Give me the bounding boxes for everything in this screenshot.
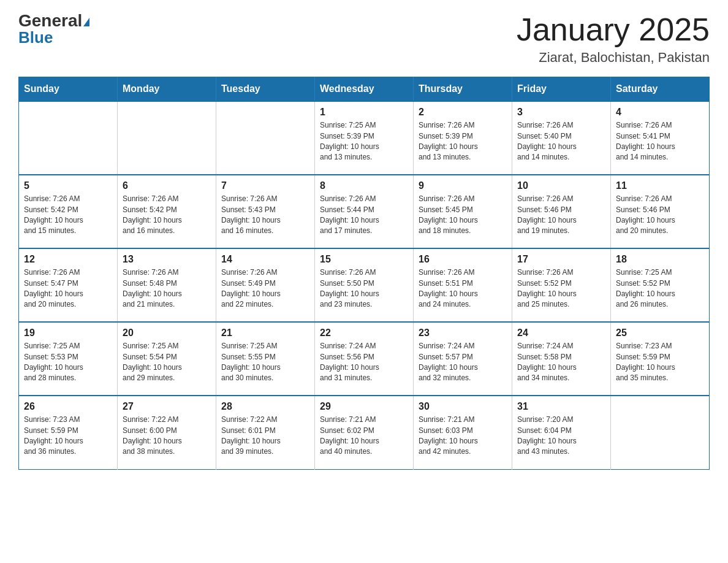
day-info: Sunrise: 7:26 AMSunset: 5:48 PMDaylight:…	[123, 267, 211, 310]
day-number: 20	[123, 327, 211, 339]
logo-triangle-icon	[83, 18, 89, 26]
calendar-cell: 8Sunrise: 7:26 AMSunset: 5:44 PMDaylight…	[315, 175, 414, 248]
col-monday: Monday	[118, 77, 216, 102]
day-info: Sunrise: 7:26 AMSunset: 5:51 PMDaylight:…	[419, 267, 507, 310]
calendar-cell: 25Sunrise: 7:23 AMSunset: 5:59 PMDayligh…	[611, 322, 710, 396]
day-number: 18	[616, 254, 704, 265]
day-info: Sunrise: 7:22 AMSunset: 6:01 PMDaylight:…	[221, 415, 309, 458]
day-info: Sunrise: 7:24 AMSunset: 5:58 PMDaylight:…	[517, 341, 605, 384]
calendar-cell: 6Sunrise: 7:26 AMSunset: 5:42 PMDaylight…	[118, 175, 216, 248]
day-info: Sunrise: 7:24 AMSunset: 5:56 PMDaylight:…	[320, 341, 408, 384]
day-info: Sunrise: 7:20 AMSunset: 6:04 PMDaylight:…	[517, 415, 605, 458]
day-number: 17	[517, 254, 605, 265]
day-info: Sunrise: 7:24 AMSunset: 5:57 PMDaylight:…	[419, 341, 507, 384]
day-number: 31	[517, 401, 605, 412]
day-number: 27	[123, 401, 211, 412]
day-number: 30	[419, 401, 507, 412]
day-number: 4	[616, 107, 704, 118]
col-tuesday: Tuesday	[216, 77, 315, 102]
calendar-cell: 31Sunrise: 7:20 AMSunset: 6:04 PMDayligh…	[512, 396, 611, 469]
calendar-body: 1Sunrise: 7:25 AMSunset: 5:39 PMDaylight…	[19, 101, 710, 469]
page-subtitle: Ziarat, Balochistan, Pakistan	[517, 50, 710, 66]
day-number: 8	[320, 180, 408, 191]
day-number: 28	[221, 401, 309, 412]
day-info: Sunrise: 7:26 AMSunset: 5:42 PMDaylight:…	[24, 194, 112, 237]
day-number: 2	[419, 107, 507, 118]
calendar-cell: 5Sunrise: 7:26 AMSunset: 5:42 PMDaylight…	[19, 175, 118, 248]
day-info: Sunrise: 7:26 AMSunset: 5:42 PMDaylight:…	[123, 194, 211, 237]
day-number: 29	[320, 401, 408, 412]
calendar-cell	[19, 101, 118, 175]
col-thursday: Thursday	[414, 77, 512, 102]
day-info: Sunrise: 7:26 AMSunset: 5:46 PMDaylight:…	[616, 194, 704, 237]
calendar-week-row: 19Sunrise: 7:25 AMSunset: 5:53 PMDayligh…	[19, 322, 710, 396]
day-info: Sunrise: 7:22 AMSunset: 6:00 PMDaylight:…	[123, 415, 211, 458]
calendar-cell: 14Sunrise: 7:26 AMSunset: 5:49 PMDayligh…	[216, 248, 315, 322]
calendar-cell: 20Sunrise: 7:25 AMSunset: 5:54 PMDayligh…	[118, 322, 216, 396]
col-saturday: Saturday	[611, 77, 710, 102]
calendar-cell: 30Sunrise: 7:21 AMSunset: 6:03 PMDayligh…	[414, 396, 512, 469]
calendar-cell: 3Sunrise: 7:26 AMSunset: 5:40 PMDaylight…	[512, 101, 611, 175]
day-number: 10	[517, 180, 605, 191]
day-number: 14	[221, 254, 309, 265]
day-info: Sunrise: 7:26 AMSunset: 5:44 PMDaylight:…	[320, 194, 408, 237]
calendar-cell: 23Sunrise: 7:24 AMSunset: 5:57 PMDayligh…	[414, 322, 512, 396]
calendar-cell: 24Sunrise: 7:24 AMSunset: 5:58 PMDayligh…	[512, 322, 611, 396]
day-info: Sunrise: 7:26 AMSunset: 5:50 PMDaylight:…	[320, 267, 408, 310]
day-number: 1	[320, 107, 408, 118]
day-number: 3	[517, 107, 605, 118]
day-number: 25	[616, 327, 704, 339]
day-number: 15	[320, 254, 408, 265]
calendar-week-row: 12Sunrise: 7:26 AMSunset: 5:47 PMDayligh…	[19, 248, 710, 322]
calendar-cell: 2Sunrise: 7:26 AMSunset: 5:39 PMDaylight…	[414, 101, 512, 175]
day-info: Sunrise: 7:21 AMSunset: 6:03 PMDaylight:…	[419, 415, 507, 458]
day-info: Sunrise: 7:26 AMSunset: 5:47 PMDaylight:…	[24, 267, 112, 310]
day-number: 11	[616, 180, 704, 191]
logo-general: General	[18, 12, 89, 29]
calendar-week-row: 1Sunrise: 7:25 AMSunset: 5:39 PMDaylight…	[19, 101, 710, 175]
calendar-cell: 22Sunrise: 7:24 AMSunset: 5:56 PMDayligh…	[315, 322, 414, 396]
day-number: 19	[24, 327, 112, 339]
day-number: 7	[221, 180, 309, 191]
day-info: Sunrise: 7:23 AMSunset: 5:59 PMDaylight:…	[616, 341, 704, 384]
day-number: 26	[24, 401, 112, 412]
day-info: Sunrise: 7:25 AMSunset: 5:39 PMDaylight:…	[320, 120, 408, 163]
day-info: Sunrise: 7:26 AMSunset: 5:39 PMDaylight:…	[419, 120, 507, 163]
logo-blue: Blue	[18, 29, 89, 45]
col-friday: Friday	[512, 77, 611, 102]
day-info: Sunrise: 7:25 AMSunset: 5:54 PMDaylight:…	[123, 341, 211, 384]
calendar-cell: 18Sunrise: 7:25 AMSunset: 5:52 PMDayligh…	[611, 248, 710, 322]
day-info: Sunrise: 7:26 AMSunset: 5:40 PMDaylight:…	[517, 120, 605, 163]
calendar-cell: 21Sunrise: 7:25 AMSunset: 5:55 PMDayligh…	[216, 322, 315, 396]
calendar-cell: 17Sunrise: 7:26 AMSunset: 5:52 PMDayligh…	[512, 248, 611, 322]
calendar-table: Sunday Monday Tuesday Wednesday Thursday…	[18, 77, 710, 470]
page-title: January 2025	[517, 12, 710, 47]
calendar-cell: 13Sunrise: 7:26 AMSunset: 5:48 PMDayligh…	[118, 248, 216, 322]
col-wednesday: Wednesday	[315, 77, 414, 102]
day-info: Sunrise: 7:25 AMSunset: 5:52 PMDaylight:…	[616, 267, 704, 310]
day-number: 23	[419, 327, 507, 339]
day-info: Sunrise: 7:26 AMSunset: 5:41 PMDaylight:…	[616, 120, 704, 163]
calendar-cell: 7Sunrise: 7:26 AMSunset: 5:43 PMDaylight…	[216, 175, 315, 248]
day-number: 6	[123, 180, 211, 191]
calendar-cell: 26Sunrise: 7:23 AMSunset: 5:59 PMDayligh…	[19, 396, 118, 469]
day-info: Sunrise: 7:26 AMSunset: 5:43 PMDaylight:…	[221, 194, 309, 237]
day-info: Sunrise: 7:26 AMSunset: 5:46 PMDaylight:…	[517, 194, 605, 237]
calendar-cell: 10Sunrise: 7:26 AMSunset: 5:46 PMDayligh…	[512, 175, 611, 248]
calendar-cell: 27Sunrise: 7:22 AMSunset: 6:00 PMDayligh…	[118, 396, 216, 469]
day-number: 9	[419, 180, 507, 191]
calendar-week-row: 5Sunrise: 7:26 AMSunset: 5:42 PMDaylight…	[19, 175, 710, 248]
calendar-cell: 19Sunrise: 7:25 AMSunset: 5:53 PMDayligh…	[19, 322, 118, 396]
calendar-header: Sunday Monday Tuesday Wednesday Thursday…	[19, 77, 710, 102]
header-row: Sunday Monday Tuesday Wednesday Thursday…	[19, 77, 710, 102]
calendar-cell	[118, 101, 216, 175]
day-info: Sunrise: 7:23 AMSunset: 5:59 PMDaylight:…	[24, 415, 112, 458]
calendar-cell: 29Sunrise: 7:21 AMSunset: 6:02 PMDayligh…	[315, 396, 414, 469]
day-number: 5	[24, 180, 112, 191]
calendar-cell: 12Sunrise: 7:26 AMSunset: 5:47 PMDayligh…	[19, 248, 118, 322]
calendar-cell: 9Sunrise: 7:26 AMSunset: 5:45 PMDaylight…	[414, 175, 512, 248]
page-header: General Blue January 2025 Ziarat, Baloch…	[18, 12, 710, 66]
calendar-week-row: 26Sunrise: 7:23 AMSunset: 5:59 PMDayligh…	[19, 396, 710, 469]
day-number: 22	[320, 327, 408, 339]
calendar-cell: 28Sunrise: 7:22 AMSunset: 6:01 PMDayligh…	[216, 396, 315, 469]
